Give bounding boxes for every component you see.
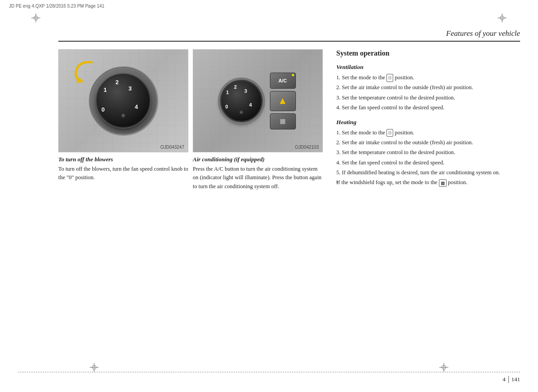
ventilation-heading: Ventilation (336, 64, 520, 71)
fan-knob-image: 2 3 4 0 1 ✳ OJD043247 (58, 49, 188, 152)
vent-mode-icon: ↗⃤ (386, 74, 393, 82)
step-item: 1. Set the mode to the ↙⃤ position. (336, 129, 520, 137)
page-title: Features of your vehicle (446, 29, 520, 38)
image2-label: OJD042103 (295, 145, 319, 150)
left-section: 2 3 4 0 1 ✳ OJD043247 (58, 40, 323, 365)
step-item: 2. Set the air intake control to the out… (336, 138, 520, 147)
bullet-item: If the windshield fogs up, set the mode … (336, 178, 520, 187)
heat-mode-icon: ↙⃤ (386, 129, 393, 137)
page-number: 4 141 (503, 376, 520, 383)
ac-left-knob: 2 3 4 0 1 ✳ (220, 80, 263, 122)
image1-label: OJD043247 (161, 145, 184, 150)
step-item: 5. If dehumidified heating is desired, t… (336, 168, 520, 177)
heating-steps: 1. Set the mode to the ↙⃤ position. 2. S… (336, 129, 520, 187)
caption-block-2: Air conditioning (if equipped) Press the… (193, 156, 323, 191)
chapter-number: 4 (503, 376, 506, 383)
page-title-bar: Features of your vehicle (58, 29, 520, 42)
caption2-body: Press the A/C button to turn the air con… (193, 165, 323, 191)
fan-knob-scene: 2 3 4 0 1 ✳ (59, 50, 188, 152)
step-item: 3. Set the temperature control to the de… (336, 94, 520, 102)
footer-bar: 4 141 (18, 372, 520, 383)
print-info: JD PE eng 4.QXP 1/28/2016 5:23 PM Page 1… (9, 4, 104, 9)
caption1-body: To turn off the blowers, turn the fan sp… (58, 165, 188, 182)
defrost-mode-icon: ▦ (439, 179, 447, 187)
ac-panel-image: 2 3 4 0 1 ✳ A/C (193, 49, 323, 152)
step-item: 1. Set the mode to the ↗⃤ position. (336, 73, 520, 82)
step-item: 3. Set the temperature control to the de… (336, 148, 520, 157)
captions-row: To turn off the blowers To turn off the … (58, 156, 323, 191)
ac-panel-scene: 2 3 4 0 1 ✳ A/C (193, 50, 322, 152)
step-item: 2. Set the air intake control to the out… (336, 83, 520, 92)
print-info-bar: JD PE eng 4.QXP 1/28/2016 5:23 PM Page 1… (9, 4, 529, 9)
ventilation-steps: 1. Set the mode to the ↗⃤ position. 2. S… (336, 73, 520, 112)
step-item: 4. Set the fan speed control to the desi… (336, 159, 520, 167)
page-num: 141 (512, 376, 521, 383)
images-row: 2 3 4 0 1 ✳ OJD043247 (58, 49, 323, 152)
page-divider (508, 376, 509, 383)
content-area: 2 3 4 0 1 ✳ OJD043247 (58, 40, 520, 365)
arrow-icon (71, 59, 98, 83)
ac-fan-icon: ✳ (239, 109, 243, 116)
caption2-title: Air conditioning (if equipped) (193, 156, 323, 163)
ac-button[interactable]: A/C (270, 73, 296, 89)
heating-heading: Heating (336, 119, 520, 126)
step-item: 4. Set the fan speed control to the desi… (336, 103, 520, 112)
caption-block-1: To turn off the blowers To turn off the … (58, 156, 188, 191)
caption1-title: To turn off the blowers (58, 156, 188, 163)
right-section: System operation Ventilation 1. Set the … (336, 40, 520, 365)
fan-icon: ✳ (121, 112, 126, 120)
ac-indicator (292, 74, 294, 76)
section-heading: System operation (336, 49, 520, 57)
